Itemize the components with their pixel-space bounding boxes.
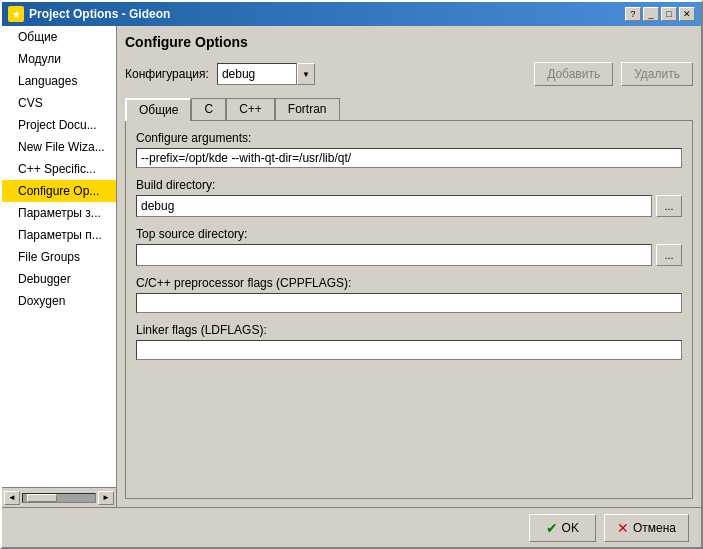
build-directory-browse-button[interactable]: ...: [656, 195, 682, 217]
sidebar-item-parametry-p[interactable]: Параметры п...: [2, 224, 116, 246]
build-directory-input[interactable]: [136, 195, 652, 217]
title-bar-left: ★ Project Options - Gideon: [8, 6, 170, 22]
config-input[interactable]: [217, 63, 297, 85]
build-directory-row: ...: [136, 195, 682, 217]
sidebar-item-project-docu[interactable]: Project Docu...: [2, 114, 116, 136]
title-bar-buttons: ? _ □ ✕: [625, 7, 695, 21]
help-button[interactable]: ?: [625, 7, 641, 21]
sidebar-list: Общие Модули Languages CVS Project Docu.…: [2, 26, 116, 487]
cancel-label: Отмена: [633, 521, 676, 535]
panel-title: Configure Options: [125, 34, 693, 50]
tab-cpp[interactable]: C++: [226, 98, 275, 120]
scroll-track: [22, 493, 96, 503]
minimize-button[interactable]: _: [643, 7, 659, 21]
sidebar-item-file-groups[interactable]: File Groups: [2, 246, 116, 268]
tab-c[interactable]: C: [191, 98, 226, 120]
configure-args-group: Configure arguments:: [136, 131, 682, 168]
add-button[interactable]: Добавить: [534, 62, 613, 86]
top-source-input[interactable]: [136, 244, 652, 266]
bottom-bar: ✔ OK ✕ Отмена: [2, 507, 701, 547]
sidebar-scrollbar: ◄ ►: [2, 487, 116, 507]
ldflags-group: Linker flags (LDFLAGS):: [136, 323, 682, 360]
cancel-button[interactable]: ✕ Отмена: [604, 514, 689, 542]
top-source-row: ...: [136, 244, 682, 266]
remove-button[interactable]: Удалить: [621, 62, 693, 86]
configure-args-input[interactable]: [136, 148, 682, 168]
main-panel: Configure Options Конфигурация: ▼ Добави…: [117, 26, 701, 507]
sidebar-item-moduli[interactable]: Модули: [2, 48, 116, 70]
top-source-browse-button[interactable]: ...: [656, 244, 682, 266]
config-dropdown-button[interactable]: ▼: [297, 63, 315, 85]
title-bar: ★ Project Options - Gideon ? _ □ ✕: [2, 2, 701, 26]
tab-fortran[interactable]: Fortran: [275, 98, 340, 120]
sidebar-item-debugger[interactable]: Debugger: [2, 268, 116, 290]
scroll-left-button[interactable]: ◄: [4, 491, 20, 505]
config-label: Конфигурация:: [125, 67, 209, 81]
cppflags-group: C/C++ preprocessor flags (CPPFLAGS):: [136, 276, 682, 313]
sidebar-item-parametry-3[interactable]: Параметры з...: [2, 202, 116, 224]
ok-button[interactable]: ✔ OK: [529, 514, 596, 542]
configure-args-label: Configure arguments:: [136, 131, 682, 145]
config-row: Конфигурация: ▼ Добавить Удалить: [125, 62, 693, 86]
build-directory-label: Build directory:: [136, 178, 682, 192]
tabs: Общие C C++ Fortran: [125, 98, 693, 120]
sidebar-item-cpp-specific[interactable]: C++ Specific...: [2, 158, 116, 180]
sidebar-item-cvs[interactable]: CVS: [2, 92, 116, 114]
sidebar-item-obshie[interactable]: Общие: [2, 26, 116, 48]
ok-check-icon: ✔: [546, 520, 558, 536]
ldflags-input[interactable]: [136, 340, 682, 360]
window-title: Project Options - Gideon: [29, 7, 170, 21]
sidebar: Общие Модули Languages CVS Project Docu.…: [2, 26, 117, 507]
tabs-container: Общие C C++ Fortran Configure arguments:…: [125, 94, 693, 499]
tab-content: Configure arguments: Build directory: ..…: [125, 120, 693, 499]
cppflags-input[interactable]: [136, 293, 682, 313]
sidebar-item-new-file-wiza[interactable]: New File Wiza...: [2, 136, 116, 158]
ldflags-label: Linker flags (LDFLAGS):: [136, 323, 682, 337]
close-button[interactable]: ✕: [679, 7, 695, 21]
sidebar-item-doxygen[interactable]: Doxygen: [2, 290, 116, 312]
maximize-button[interactable]: □: [661, 7, 677, 21]
cancel-x-icon: ✕: [617, 520, 629, 536]
main-window: ★ Project Options - Gideon ? _ □ ✕ Общие…: [0, 0, 703, 549]
ok-label: OK: [562, 521, 579, 535]
tab-obshie[interactable]: Общие: [125, 98, 191, 121]
build-directory-group: Build directory: ...: [136, 178, 682, 217]
app-icon: ★: [8, 6, 24, 22]
sidebar-item-languages[interactable]: Languages: [2, 70, 116, 92]
scroll-thumb: [27, 494, 57, 502]
window-content: Общие Модули Languages CVS Project Docu.…: [2, 26, 701, 507]
scroll-right-button[interactable]: ►: [98, 491, 114, 505]
top-source-label: Top source directory:: [136, 227, 682, 241]
cppflags-label: C/C++ preprocessor flags (CPPFLAGS):: [136, 276, 682, 290]
top-source-group: Top source directory: ...: [136, 227, 682, 266]
config-select-wrapper: ▼: [217, 63, 315, 85]
sidebar-item-configure-op[interactable]: Configure Op...: [2, 180, 116, 202]
